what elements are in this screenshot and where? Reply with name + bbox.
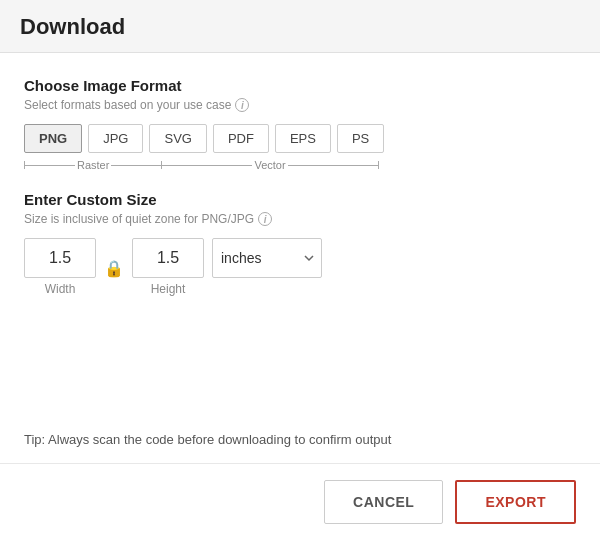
format-btn-svg[interactable]: SVG (149, 124, 206, 153)
format-btn-jpg[interactable]: JPG (88, 124, 143, 153)
format-info-icon[interactable]: i (235, 98, 249, 112)
dialog-footer: CANCEL EXPORT (0, 463, 600, 544)
height-label: Height (151, 282, 186, 296)
export-button[interactable]: EXPORT (455, 480, 576, 524)
lock-icon[interactable]: 🔒 (104, 259, 124, 278)
tip-text: Tip: Always scan the code before downloa… (24, 432, 576, 447)
cancel-button[interactable]: CANCEL (324, 480, 443, 524)
custom-size-subtitle: Size is inclusive of quiet zone for PNG/… (24, 212, 576, 226)
lock-icon-container: 🔒 (104, 259, 124, 296)
width-label: Width (45, 282, 76, 296)
scale-dash-vector-left (162, 165, 252, 166)
format-btn-ps[interactable]: PS (337, 124, 384, 153)
format-section-subtitle: Select formats based on your use case i (24, 98, 576, 112)
scale-dash-raster-right (111, 165, 161, 166)
format-buttons-group: PNG JPG SVG PDF EPS PS (24, 124, 576, 153)
width-input-group: Width (24, 238, 96, 296)
download-dialog: Download Choose Image Format Select form… (0, 0, 600, 544)
width-input[interactable] (24, 238, 96, 278)
dialog-title: Download (20, 14, 580, 40)
format-btn-png[interactable]: PNG (24, 124, 82, 153)
custom-size-section: Enter Custom Size Size is inclusive of q… (24, 191, 576, 296)
format-section-title: Choose Image Format (24, 77, 576, 94)
format-btn-eps[interactable]: EPS (275, 124, 331, 153)
unit-select-container: inches cm mm px (212, 238, 322, 296)
format-section: Choose Image Format Select formats based… (24, 77, 576, 171)
scale-dash-vector-right (288, 165, 378, 166)
vector-label: Vector (252, 159, 287, 171)
size-inputs-row: Width 🔒 Height inches cm mm px (24, 238, 576, 296)
height-input-group: Height (132, 238, 204, 296)
raster-vector-scale: Raster Vector (24, 159, 576, 171)
custom-size-title: Enter Custom Size (24, 191, 576, 208)
raster-label: Raster (75, 159, 111, 171)
format-btn-pdf[interactable]: PDF (213, 124, 269, 153)
scale-dash-raster-left (25, 165, 75, 166)
unit-select[interactable]: inches cm mm px (212, 238, 322, 278)
scale-tick-right (378, 161, 379, 169)
height-input[interactable] (132, 238, 204, 278)
dialog-header: Download (0, 0, 600, 53)
custom-size-info-icon[interactable]: i (258, 212, 272, 226)
dialog-body: Choose Image Format Select formats based… (0, 53, 600, 463)
